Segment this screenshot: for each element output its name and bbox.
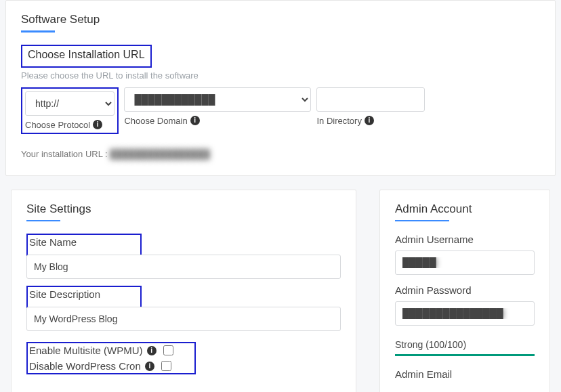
site-settings-panel: Site Settings Site Name Site Description… — [11, 190, 356, 393]
site-settings-title: Site Settings — [26, 202, 341, 216]
cron-label: Disable WordPress Cron — [29, 360, 141, 372]
directory-input[interactable] — [316, 87, 425, 112]
info-icon[interactable]: i — [93, 120, 102, 129]
info-icon[interactable]: i — [365, 116, 374, 125]
choose-install-url-sub: Please choose the URL to install the sof… — [21, 70, 540, 81]
admin-username-input[interactable] — [395, 251, 535, 275]
info-icon[interactable]: i — [147, 346, 157, 355]
site-name-label: Site Name — [29, 236, 138, 248]
cron-row: Disable WordPress Cron i — [29, 360, 192, 372]
highlight-protocol-group: http:// Choose Protocol i — [21, 87, 119, 134]
info-icon[interactable]: i — [145, 362, 154, 371]
admin-email-label: Admin Email — [395, 368, 535, 380]
cron-checkbox[interactable] — [161, 361, 171, 371]
software-setup-panel: Software Setup Choose Installation URL P… — [5, 0, 556, 176]
install-url-value: ████████████████ — [110, 149, 209, 159]
admin-password-input[interactable] — [395, 301, 535, 326]
protocol-label: Choose Protocol i — [25, 120, 115, 130]
highlight-install-url-heading: Choose Installation URL — [21, 45, 152, 68]
info-icon[interactable]: i — [190, 116, 200, 125]
software-setup-title: Software Setup — [21, 13, 540, 26]
multisite-checkbox[interactable] — [163, 345, 173, 355]
title-underline — [26, 220, 60, 222]
directory-label: In Directory i — [316, 116, 425, 126]
title-underline — [21, 30, 55, 32]
admin-username-label: Admin Username — [395, 234, 535, 245]
domain-select[interactable]: ████████████ — [124, 87, 311, 112]
multisite-row: Enable Multisite (WPMU) i — [29, 345, 192, 356]
highlight-site-name: Site Name — [26, 234, 142, 256]
highlight-options: Enable Multisite (WPMU) i Disable WordPr… — [26, 342, 196, 374]
password-strength: Strong (100/100) — [395, 339, 535, 356]
admin-account-panel: Admin Account Admin Username Admin Passw… — [379, 190, 550, 393]
title-underline — [395, 220, 449, 222]
choose-install-url-heading: Choose Installation URL — [28, 49, 145, 61]
site-desc-label: Site Description — [29, 288, 138, 300]
site-desc-input[interactable] — [26, 307, 341, 331]
site-name-input[interactable] — [26, 255, 341, 279]
install-url-line: Your installation URL : ████████████████ — [21, 149, 540, 159]
domain-label: Choose Domain i — [124, 116, 311, 126]
protocol-select[interactable]: http:// — [25, 91, 115, 116]
highlight-site-desc: Site Description — [26, 286, 142, 308]
admin-password-label: Admin Password — [395, 284, 535, 296]
admin-account-title: Admin Account — [395, 202, 535, 216]
multisite-label: Enable Multisite (WPMU) — [29, 345, 143, 356]
